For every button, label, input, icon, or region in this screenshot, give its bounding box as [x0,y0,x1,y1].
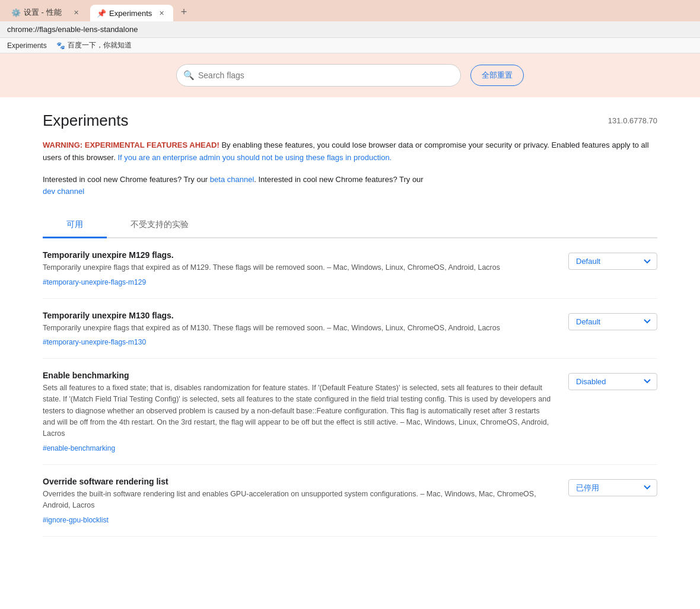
experiments-tab-label: Experiments [109,9,152,18]
flag-item-m130: Temporarily unexpire M130 flags. Tempora… [43,299,657,359]
channel-line1: Interested in cool new Chrome features? … [43,175,210,184]
experiments-header: Experiments 131.0.6778.70 [43,111,657,130]
flag-content-software-rendering: Override software rendering list Overrid… [43,477,554,524]
flag-select-benchmarking[interactable]: Default Enabled Disabled [568,373,657,390]
tab-unavailable[interactable]: 不受支持的实验 [107,212,212,237]
flag-control-m129: Default Enabled Disabled [568,250,657,270]
page-title: Experiments [43,111,129,130]
flag-link-software-rendering[interactable]: #ignore-gpu-blocklist [43,516,109,524]
experiments-tab-close[interactable]: ✕ [157,8,166,18]
bookmark-baidu-icon: 🐾 [56,42,65,50]
flag-desc-m130: Temporarily unexpire flags that expired … [43,323,554,334]
bookmark-baidu[interactable]: 🐾 百度一下，你就知道 [56,40,132,50]
flag-content-m129: Temporarily unexpire M129 flags. Tempora… [43,250,554,286]
flag-desc-benchmarking: Sets all features to a fixed state; that… [43,382,554,440]
flag-item-benchmarking: Enable benchmarking Sets all features to… [43,359,657,465]
flag-item-m129: Temporarily unexpire M129 flags. Tempora… [43,238,657,298]
settings-tab[interactable]: ⚙️ 设置 - 性能 ✕ [5,4,88,21]
flag-name-benchmarking: Enable benchmarking [43,371,554,380]
search-input[interactable] [176,64,461,87]
reset-all-button[interactable]: 全部重置 [470,65,524,86]
flag-name-software-rendering: Override software rendering list [43,477,554,486]
flag-select-software-rendering[interactable]: Default 已启用 已停用 [568,479,657,496]
flag-name-m130: Temporarily unexpire M130 flags. [43,311,554,320]
flag-link-benchmarking[interactable]: #enable-benchmarking [43,444,115,452]
search-input-wrapper: 🔍 [176,64,461,87]
bookmark-experiments-label: Experiments [7,42,47,50]
bookmark-baidu-label: 百度一下，你就知道 [68,40,132,50]
flag-control-m130: Default Enabled Disabled [568,311,657,330]
flag-desc-m129: Temporarily unexpire flags that expired … [43,262,554,273]
beta-channel-link[interactable]: beta channel [210,175,254,184]
warning-text-blue: If you are an enterprise admin you shoul… [116,153,392,162]
flag-content-benchmarking: Enable benchmarking Sets all features to… [43,371,554,452]
bookmarks-bar: Experiments 🐾 百度一下，你就知道 [0,38,700,53]
flag-content-m130: Temporarily unexpire M130 flags. Tempora… [43,311,554,346]
experiments-tab-icon: 📌 [97,9,106,17]
channel-mid: . Interested in cool new Chrome features… [254,175,423,184]
tab-available[interactable]: 可用 [43,212,107,237]
flag-desc-software-rendering: Overrides the built-in software renderin… [43,489,554,512]
channel-links: Interested in cool new Chrome features? … [43,174,657,199]
search-icon: 🔍 [183,70,195,81]
dev-channel-link[interactable]: dev channel [43,187,84,196]
flag-name-m129: Temporarily unexpire M129 flags. [43,250,554,260]
version-number: 131.0.6778.70 [608,116,657,125]
search-bar-area: 🔍 全部重置 [0,53,700,97]
browser-chrome: ⚙️ 设置 - 性能 ✕ 📌 Experiments ✕ + [0,0,700,21]
flag-select-m129[interactable]: Default Enabled Disabled [568,253,657,270]
warning-text-red: WARNING: EXPERIMENTAL FEATURES AHEAD! [43,141,219,149]
flag-link-m129[interactable]: #temporary-unexpire-flags-m129 [43,278,146,286]
settings-tab-label: 设置 - 性能 [24,7,62,18]
bookmark-experiments[interactable]: Experiments [7,42,47,50]
flag-link-m130[interactable]: #temporary-unexpire-flags-m130 [43,338,146,346]
flags-list: Temporarily unexpire M129 flags. Tempora… [43,238,657,536]
tabs-bar: 可用 不受支持的实验 [43,212,657,238]
flag-item-software-rendering: Override software rendering list Overrid… [43,465,657,537]
settings-tab-icon: ⚙️ [12,8,20,17]
settings-tab-close[interactable]: ✕ [71,8,81,17]
flag-select-m130[interactable]: Default Enabled Disabled [568,313,657,330]
main-content: Experiments 131.0.6778.70 WARNING: EXPER… [24,97,676,551]
url-display[interactable]: chrome://flags/enable-lens-standalone [7,25,138,34]
address-bar: chrome://flags/enable-lens-standalone [0,21,700,38]
flag-control-benchmarking: Default Enabled Disabled [568,371,657,390]
new-tab-button[interactable]: + [176,4,192,20]
experiments-tab[interactable]: 📌 Experiments ✕ [90,5,173,21]
flag-control-software-rendering: Default 已启用 已停用 [568,477,657,496]
page-content: 🔍 全部重置 Experiments 131.0.6778.70 WARNING… [0,53,700,609]
warning-box: WARNING: EXPERIMENTAL FEATURES AHEAD! By… [43,139,657,164]
